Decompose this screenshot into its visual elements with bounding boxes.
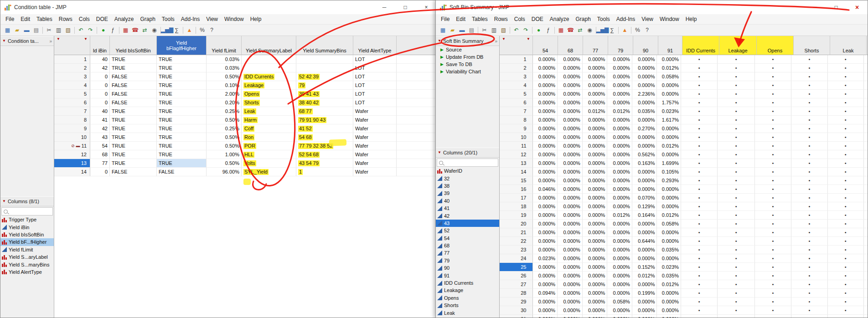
cell[interactable]: • xyxy=(828,64,864,72)
cell[interactable]: 0.000% xyxy=(558,202,583,211)
row-number[interactable]: 12 xyxy=(54,150,90,159)
cut-icon[interactable]: ✂ xyxy=(44,26,54,35)
cell[interactable]: • xyxy=(791,176,827,185)
cell[interactable]: • xyxy=(828,220,864,228)
cell[interactable]: • xyxy=(681,116,718,124)
cell[interactable]: 0.163% xyxy=(632,159,657,168)
cell[interactable]: TRUE xyxy=(157,64,207,72)
red-triangle-menu-icon[interactable]: ▼ xyxy=(2,39,6,43)
cell[interactable]: • xyxy=(718,297,754,306)
redo-icon[interactable]: ↷ xyxy=(86,26,95,35)
cell[interactable]: 0.000% xyxy=(607,272,632,280)
cell[interactable]: 0.03% xyxy=(207,55,242,64)
cell[interactable]: • xyxy=(791,228,827,237)
cell[interactable]: 0.000% xyxy=(607,254,632,263)
cell[interactable]: 79 91 90 43 xyxy=(296,116,353,124)
cell[interactable]: • xyxy=(791,98,827,107)
cell[interactable]: • xyxy=(755,220,791,228)
excel-import-icon[interactable]: ▦ xyxy=(121,26,130,35)
cell[interactable]: • xyxy=(755,263,791,272)
cell[interactable]: 0.000% xyxy=(607,306,632,315)
cell[interactable]: • xyxy=(791,220,827,228)
cell[interactable]: 0.000% xyxy=(558,107,583,116)
cell[interactable]: 0.000% xyxy=(583,142,608,150)
histogram-icon[interactable]: ▂▅▇ xyxy=(162,26,172,35)
row-number[interactable]: 24 xyxy=(500,254,533,263)
cell[interactable]: • xyxy=(791,72,827,81)
cell[interactable]: • xyxy=(755,90,791,98)
cell[interactable]: 0.562% xyxy=(632,150,657,159)
column-item-yield-ibin[interactable]: Yield iBin xyxy=(0,223,54,231)
cell[interactable]: • xyxy=(755,176,791,185)
cell[interactable]: • xyxy=(681,246,718,254)
cell[interactable]: • xyxy=(681,133,718,142)
cell[interactable]: • xyxy=(828,272,864,280)
row-number[interactable]: 18 xyxy=(500,202,533,211)
cell[interactable]: • xyxy=(681,64,718,72)
cell[interactable]: • xyxy=(791,272,827,280)
cell[interactable]: 0.000% xyxy=(533,64,558,72)
cell[interactable]: 0.000% xyxy=(607,81,632,90)
cell[interactable]: 0.000% xyxy=(558,185,583,194)
new-data-table-icon[interactable]: ▦ xyxy=(3,26,12,35)
cell[interactable]: • xyxy=(791,280,827,289)
preview-eye-icon[interactable]: ◉ xyxy=(585,26,594,35)
cell[interactable]: 0.000% xyxy=(558,254,583,263)
cell[interactable]: 0.012% xyxy=(607,211,632,220)
histogram-icon[interactable]: ▂▅▇ xyxy=(598,26,607,35)
titlebar[interactable]: Condition table - JMP ─ □ × xyxy=(0,0,437,14)
cell[interactable] xyxy=(296,64,353,72)
cell[interactable]: 0.000% xyxy=(607,55,632,64)
transpose-icon[interactable]: ⇄ xyxy=(575,26,585,35)
cell[interactable]: 0.000% xyxy=(583,55,608,64)
cell[interactable]: TRUE xyxy=(157,124,207,133)
cell[interactable]: • xyxy=(791,133,827,142)
cell[interactable]: • xyxy=(718,194,754,202)
cell[interactable]: 0.000% xyxy=(657,297,681,306)
column-item-91[interactable]: 91 xyxy=(436,272,499,279)
cell[interactable]: • xyxy=(718,315,754,318)
cut-icon[interactable]: ✂ xyxy=(480,26,489,35)
paste-icon[interactable]: ▧ xyxy=(499,26,508,35)
menu-doe[interactable]: DOE xyxy=(93,15,111,23)
cell[interactable]: 0.000% xyxy=(558,72,583,81)
row-number[interactable]: 20 xyxy=(500,220,533,228)
row-number[interactable]: 13 xyxy=(54,159,90,168)
minimize-button[interactable]: ─ xyxy=(374,0,395,14)
column-item-54[interactable]: 54 xyxy=(436,235,499,242)
cell[interactable]: 0.000% xyxy=(558,133,583,142)
cell[interactable]: 0.000% xyxy=(558,55,583,64)
cell[interactable]: 0.000% xyxy=(657,150,681,159)
column-item-waferid[interactable]: WaferID xyxy=(436,167,499,174)
cell[interactable]: 0.000% xyxy=(657,289,681,297)
row-number[interactable]: 13 xyxy=(500,159,533,168)
cell[interactable]: 0.000% xyxy=(657,202,681,211)
cell[interactable]: • xyxy=(718,237,754,246)
cell[interactable]: Volts xyxy=(242,159,296,168)
row-number[interactable]: 5 xyxy=(54,90,90,98)
row-number[interactable]: 14 xyxy=(54,168,90,176)
cell[interactable]: 0.000% xyxy=(558,272,583,280)
cell[interactable]: TRUE xyxy=(157,116,207,124)
column-item-shorts[interactable]: Shorts xyxy=(436,302,499,309)
cell[interactable]: 0.000% xyxy=(632,64,657,72)
cell[interactable]: • xyxy=(791,237,827,246)
row-number[interactable]: 15 xyxy=(500,176,533,185)
column-item-41[interactable]: 41 xyxy=(436,205,499,212)
menu-doe[interactable]: DOE xyxy=(528,15,547,23)
cell[interactable]: • xyxy=(681,81,718,90)
phone-icon[interactable]: ☎ xyxy=(130,26,140,35)
cell[interactable]: • xyxy=(755,246,791,254)
row-number[interactable]: 5 xyxy=(500,90,533,98)
cell[interactable]: • xyxy=(828,107,864,116)
column-item-yield-bf-fhigher[interactable]: Yield bF...fHigher xyxy=(0,238,54,246)
cell[interactable]: • xyxy=(681,315,718,318)
cell[interactable]: 0.000% xyxy=(657,306,681,315)
menu-help[interactable]: Help xyxy=(247,15,265,23)
row-number[interactable]: 1 xyxy=(54,55,90,64)
cell[interactable]: 0.293% xyxy=(657,176,681,185)
cell[interactable]: TRUE xyxy=(110,55,157,64)
columns-panel-header[interactable]: ▼ Columns (20/1) xyxy=(436,148,499,158)
column-item-yield-alerttype[interactable]: Yield AlertType xyxy=(0,268,54,276)
cell[interactable]: TRUE xyxy=(157,142,207,150)
